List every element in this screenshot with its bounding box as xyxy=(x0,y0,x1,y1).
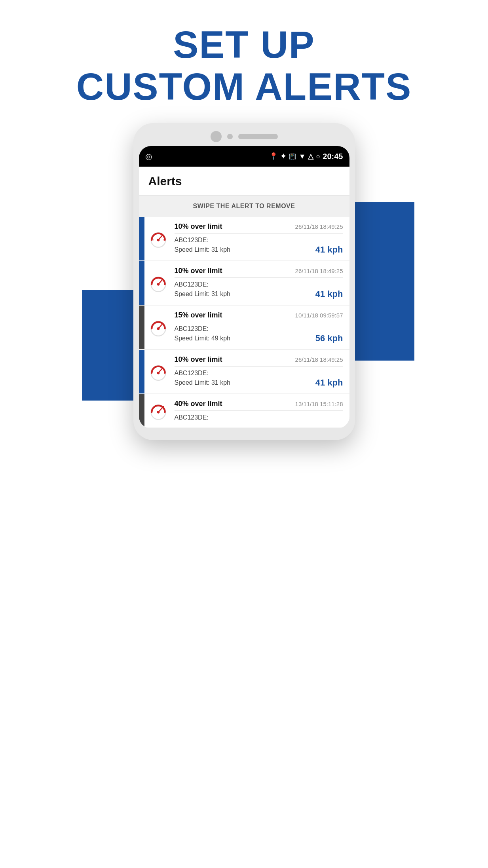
signal-icon: △ xyxy=(308,152,313,161)
alert-icon-wrap-5 xyxy=(144,394,172,427)
alert-top-row-1: 10% over limit 26/11/18 18:49:25 xyxy=(175,222,343,231)
alert-plate-2: ABC123DE: xyxy=(175,281,343,288)
status-time: 20:45 xyxy=(323,152,343,161)
app-header: Alerts xyxy=(139,167,349,196)
alert-plate-3: ABC123DE: xyxy=(175,325,343,332)
alert-item[interactable]: 10% over limit 26/11/18 18:49:25 ABC123D… xyxy=(139,261,349,305)
alert-time-3: 10/11/18 09:59:57 xyxy=(295,312,343,319)
alert-icon-wrap-3 xyxy=(144,306,172,349)
alert-speed-value-1: 41 kph xyxy=(315,245,343,255)
alert-divider-5 xyxy=(175,410,343,411)
alert-divider-1 xyxy=(175,233,343,234)
speedometer-icon-3 xyxy=(148,317,168,337)
phone-screen: ◎ 📍 ✦ 📳 ▼ △ ○ 20:45 xyxy=(139,146,349,428)
alert-item[interactable]: 10% over limit 26/11/18 18:49:25 ABC123D… xyxy=(139,217,349,260)
hero-line1: SET UP xyxy=(173,23,315,66)
alert-type-3: 15% over limit xyxy=(175,311,222,319)
app-title: Alerts xyxy=(148,175,340,188)
phone-top-bar xyxy=(139,131,349,142)
hero-line2: CUSTOM ALERTS xyxy=(76,65,412,108)
swipe-instruction: SWIPE THE ALERT TO REMOVE xyxy=(139,196,349,217)
alert-content-4: 10% over limit 26/11/18 18:49:25 ABC123D… xyxy=(172,350,349,393)
alert-item[interactable]: 10% over limit 26/11/18 18:49:25 ABC123D… xyxy=(139,350,349,393)
hero-title: SET UP CUSTOM ALERTS xyxy=(76,24,412,107)
alert-sidebar-4 xyxy=(139,350,144,393)
alert-icon-wrap-1 xyxy=(144,217,172,260)
alert-bottom-row-3: Speed Limit: 49 kph 56 kph xyxy=(175,333,343,344)
alert-content-5: 40% over limit 13/11/18 15:11:28 ABC123D… xyxy=(172,394,349,427)
alert-divider-2 xyxy=(175,277,343,278)
speedometer-icon-1 xyxy=(148,229,168,249)
status-bar: ◎ 📍 ✦ 📳 ▼ △ ○ 20:45 xyxy=(139,146,349,167)
alert-icon-wrap-2 xyxy=(144,261,172,305)
phone-camera xyxy=(211,131,222,142)
alert-speed-value-4: 41 kph xyxy=(315,378,343,388)
alert-plate-4: ABC123DE: xyxy=(175,370,343,377)
speedometer-icon-4 xyxy=(148,362,168,382)
alert-sidebar-2 xyxy=(139,261,144,305)
wifi-icon: ▼ xyxy=(299,152,306,161)
alert-icon-wrap-4 xyxy=(144,350,172,393)
alert-time-1: 26/11/18 18:49:25 xyxy=(295,223,343,230)
alert-plate-1: ABC123DE: xyxy=(175,237,343,244)
svg-point-13 xyxy=(157,372,160,374)
alert-content-1: 10% over limit 26/11/18 18:49:25 ABC123D… xyxy=(172,217,349,260)
alert-plate-5: ABC123DE: xyxy=(175,414,343,421)
alert-bottom-row-1: Speed Limit: 31 kph 41 kph xyxy=(175,245,343,255)
alert-speed-limit-2: Speed Limit: 31 kph xyxy=(175,291,230,298)
bluetooth-icon: ✦ xyxy=(280,152,286,161)
alert-bottom-row-4: Speed Limit: 31 kph 41 kph xyxy=(175,378,343,388)
alert-sidebar-3 xyxy=(139,306,144,349)
alert-content-3: 15% over limit 10/11/18 09:59:57 ABC123D… xyxy=(172,306,349,349)
speedometer-icon-2 xyxy=(148,273,168,293)
svg-point-7 xyxy=(157,283,160,286)
alert-bottom-row-2: Speed Limit: 31 kph 41 kph xyxy=(175,289,343,299)
alert-top-row-4: 10% over limit 26/11/18 18:49:25 xyxy=(175,355,343,364)
vibrate-icon: 📳 xyxy=(289,153,296,160)
alert-divider-3 xyxy=(175,322,343,322)
alert-list: 10% over limit 26/11/18 18:49:25 ABC123D… xyxy=(139,217,349,427)
status-right-area: 📍 ✦ 📳 ▼ △ ○ 20:45 xyxy=(269,152,343,161)
alert-item[interactable]: 15% over limit 10/11/18 09:59:57 ABC123D… xyxy=(139,306,349,349)
alert-top-row-5: 40% over limit 13/11/18 15:11:28 xyxy=(175,400,343,408)
alert-type-5: 40% over limit xyxy=(175,400,222,408)
alert-top-row-3: 15% over limit 10/11/18 09:59:57 xyxy=(175,311,343,319)
speedometer-icon-5 xyxy=(148,401,168,421)
phone-wrapper: ◎ 📍 ✦ 📳 ▼ △ ○ 20:45 xyxy=(106,123,383,440)
alert-type-2: 10% over limit xyxy=(175,267,222,275)
phone-speaker xyxy=(238,134,278,139)
phone-frame: ◎ 📍 ✦ 📳 ▼ △ ○ 20:45 xyxy=(133,123,355,440)
target-icon: ◎ xyxy=(145,152,152,161)
alert-speed-limit-1: Speed Limit: 31 kph xyxy=(175,246,230,253)
alert-type-4: 10% over limit xyxy=(175,355,222,364)
alert-content-2: 10% over limit 26/11/18 18:49:25 ABC123D… xyxy=(172,261,349,305)
alert-time-4: 26/11/18 18:49:25 xyxy=(295,356,343,363)
alert-time-5: 13/11/18 15:11:28 xyxy=(295,401,343,407)
alert-speed-value-2: 41 kph xyxy=(315,289,343,299)
alert-speed-limit-4: Speed Limit: 31 kph xyxy=(175,379,230,386)
alert-top-row-2: 10% over limit 26/11/18 18:49:25 xyxy=(175,267,343,275)
alert-sidebar-1 xyxy=(139,217,144,260)
svg-point-10 xyxy=(157,327,160,330)
alert-type-1: 10% over limit xyxy=(175,222,222,231)
alert-speed-value-3: 56 kph xyxy=(315,333,343,344)
alert-sidebar-5 xyxy=(139,394,144,427)
clock-icon: ○ xyxy=(316,152,320,161)
svg-point-2 xyxy=(157,239,160,241)
phone-dot xyxy=(227,134,233,139)
alert-speed-limit-3: Speed Limit: 49 kph xyxy=(175,335,230,342)
alert-item[interactable]: 40% over limit 13/11/18 15:11:28 ABC123D… xyxy=(139,394,349,427)
alert-divider-4 xyxy=(175,366,343,367)
alert-time-2: 26/11/18 18:49:25 xyxy=(295,268,343,274)
svg-point-16 xyxy=(157,411,160,414)
status-left-icons: ◎ xyxy=(145,152,152,161)
location-icon: 📍 xyxy=(269,152,278,161)
